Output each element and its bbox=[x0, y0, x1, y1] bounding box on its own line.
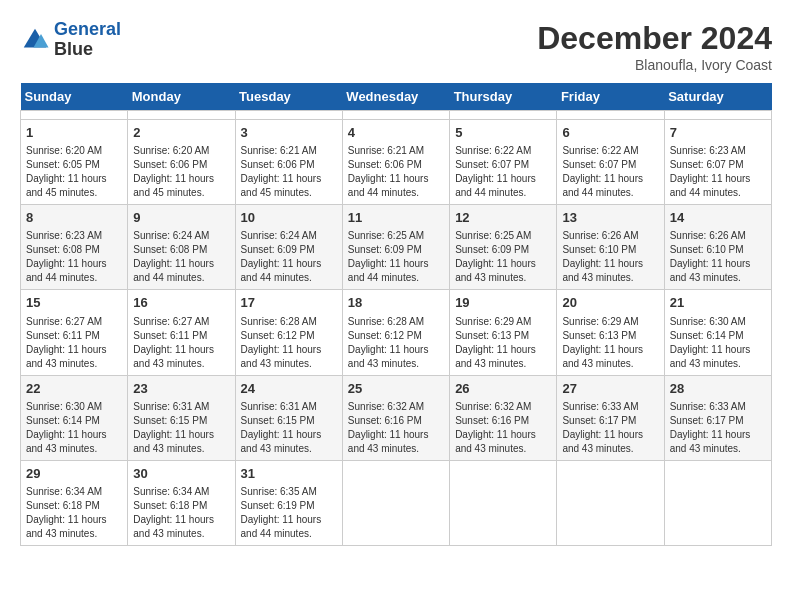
calendar-cell: 10Sunrise: 6:24 AM Sunset: 6:09 PM Dayli… bbox=[235, 205, 342, 290]
day-number: 17 bbox=[241, 294, 337, 312]
day-number: 3 bbox=[241, 124, 337, 142]
day-info: Sunrise: 6:26 AM Sunset: 6:10 PM Dayligh… bbox=[670, 229, 766, 285]
header-wednesday: Wednesday bbox=[342, 83, 449, 111]
calendar-cell: 31Sunrise: 6:35 AM Sunset: 6:19 PM Dayli… bbox=[235, 460, 342, 545]
day-number: 30 bbox=[133, 465, 229, 483]
day-info: Sunrise: 6:21 AM Sunset: 6:06 PM Dayligh… bbox=[241, 144, 337, 200]
day-number: 25 bbox=[348, 380, 444, 398]
day-info: Sunrise: 6:35 AM Sunset: 6:19 PM Dayligh… bbox=[241, 485, 337, 541]
day-info: Sunrise: 6:24 AM Sunset: 6:09 PM Dayligh… bbox=[241, 229, 337, 285]
calendar-table: SundayMondayTuesdayWednesdayThursdayFrid… bbox=[20, 83, 772, 546]
day-number: 11 bbox=[348, 209, 444, 227]
header-tuesday: Tuesday bbox=[235, 83, 342, 111]
day-info: Sunrise: 6:33 AM Sunset: 6:17 PM Dayligh… bbox=[562, 400, 658, 456]
calendar-cell: 24Sunrise: 6:31 AM Sunset: 6:15 PM Dayli… bbox=[235, 375, 342, 460]
calendar-cell bbox=[664, 460, 771, 545]
logo-icon bbox=[20, 25, 50, 55]
calendar-cell: 14Sunrise: 6:26 AM Sunset: 6:10 PM Dayli… bbox=[664, 205, 771, 290]
calendar-cell bbox=[450, 460, 557, 545]
day-number: 9 bbox=[133, 209, 229, 227]
day-info: Sunrise: 6:23 AM Sunset: 6:07 PM Dayligh… bbox=[670, 144, 766, 200]
calendar-week-3: 15Sunrise: 6:27 AM Sunset: 6:11 PM Dayli… bbox=[21, 290, 772, 375]
calendar-cell: 22Sunrise: 6:30 AM Sunset: 6:14 PM Dayli… bbox=[21, 375, 128, 460]
day-info: Sunrise: 6:27 AM Sunset: 6:11 PM Dayligh… bbox=[26, 315, 122, 371]
calendar-cell bbox=[21, 111, 128, 120]
calendar-cell: 26Sunrise: 6:32 AM Sunset: 6:16 PM Dayli… bbox=[450, 375, 557, 460]
calendar-cell bbox=[664, 111, 771, 120]
calendar-cell: 9Sunrise: 6:24 AM Sunset: 6:08 PM Daylig… bbox=[128, 205, 235, 290]
logo-text: GeneralBlue bbox=[54, 20, 121, 60]
calendar-cell: 21Sunrise: 6:30 AM Sunset: 6:14 PM Dayli… bbox=[664, 290, 771, 375]
day-info: Sunrise: 6:25 AM Sunset: 6:09 PM Dayligh… bbox=[455, 229, 551, 285]
page-header: GeneralBlue December 2024 Blanoufla, Ivo… bbox=[20, 20, 772, 73]
calendar-cell: 13Sunrise: 6:26 AM Sunset: 6:10 PM Dayli… bbox=[557, 205, 664, 290]
calendar-cell: 25Sunrise: 6:32 AM Sunset: 6:16 PM Dayli… bbox=[342, 375, 449, 460]
calendar-cell: 4Sunrise: 6:21 AM Sunset: 6:06 PM Daylig… bbox=[342, 120, 449, 205]
day-number: 27 bbox=[562, 380, 658, 398]
calendar-cell: 16Sunrise: 6:27 AM Sunset: 6:11 PM Dayli… bbox=[128, 290, 235, 375]
calendar-cell bbox=[450, 111, 557, 120]
day-info: Sunrise: 6:33 AM Sunset: 6:17 PM Dayligh… bbox=[670, 400, 766, 456]
day-number: 14 bbox=[670, 209, 766, 227]
day-number: 24 bbox=[241, 380, 337, 398]
calendar-header-row: SundayMondayTuesdayWednesdayThursdayFrid… bbox=[21, 83, 772, 111]
day-info: Sunrise: 6:32 AM Sunset: 6:16 PM Dayligh… bbox=[348, 400, 444, 456]
calendar-cell: 1Sunrise: 6:20 AM Sunset: 6:05 PM Daylig… bbox=[21, 120, 128, 205]
day-info: Sunrise: 6:30 AM Sunset: 6:14 PM Dayligh… bbox=[670, 315, 766, 371]
calendar-cell bbox=[128, 111, 235, 120]
day-number: 1 bbox=[26, 124, 122, 142]
day-info: Sunrise: 6:24 AM Sunset: 6:08 PM Dayligh… bbox=[133, 229, 229, 285]
calendar-cell: 7Sunrise: 6:23 AM Sunset: 6:07 PM Daylig… bbox=[664, 120, 771, 205]
day-info: Sunrise: 6:32 AM Sunset: 6:16 PM Dayligh… bbox=[455, 400, 551, 456]
calendar-cell: 11Sunrise: 6:25 AM Sunset: 6:09 PM Dayli… bbox=[342, 205, 449, 290]
day-info: Sunrise: 6:22 AM Sunset: 6:07 PM Dayligh… bbox=[455, 144, 551, 200]
month-year: December 2024 bbox=[537, 20, 772, 57]
calendar-cell: 6Sunrise: 6:22 AM Sunset: 6:07 PM Daylig… bbox=[557, 120, 664, 205]
day-number: 8 bbox=[26, 209, 122, 227]
calendar-week-2: 8Sunrise: 6:23 AM Sunset: 6:08 PM Daylig… bbox=[21, 205, 772, 290]
calendar-cell: 30Sunrise: 6:34 AM Sunset: 6:18 PM Dayli… bbox=[128, 460, 235, 545]
day-number: 13 bbox=[562, 209, 658, 227]
day-number: 23 bbox=[133, 380, 229, 398]
day-info: Sunrise: 6:34 AM Sunset: 6:18 PM Dayligh… bbox=[26, 485, 122, 541]
day-number: 7 bbox=[670, 124, 766, 142]
day-number: 20 bbox=[562, 294, 658, 312]
day-number: 22 bbox=[26, 380, 122, 398]
day-number: 2 bbox=[133, 124, 229, 142]
day-info: Sunrise: 6:27 AM Sunset: 6:11 PM Dayligh… bbox=[133, 315, 229, 371]
day-info: Sunrise: 6:28 AM Sunset: 6:12 PM Dayligh… bbox=[241, 315, 337, 371]
calendar-cell: 15Sunrise: 6:27 AM Sunset: 6:11 PM Dayli… bbox=[21, 290, 128, 375]
calendar-cell bbox=[235, 111, 342, 120]
calendar-cell bbox=[557, 111, 664, 120]
day-number: 15 bbox=[26, 294, 122, 312]
day-number: 12 bbox=[455, 209, 551, 227]
header-friday: Friday bbox=[557, 83, 664, 111]
day-info: Sunrise: 6:28 AM Sunset: 6:12 PM Dayligh… bbox=[348, 315, 444, 371]
logo: GeneralBlue bbox=[20, 20, 121, 60]
day-info: Sunrise: 6:26 AM Sunset: 6:10 PM Dayligh… bbox=[562, 229, 658, 285]
title-block: December 2024 Blanoufla, Ivory Coast bbox=[537, 20, 772, 73]
day-number: 5 bbox=[455, 124, 551, 142]
day-info: Sunrise: 6:20 AM Sunset: 6:06 PM Dayligh… bbox=[133, 144, 229, 200]
calendar-cell: 2Sunrise: 6:20 AM Sunset: 6:06 PM Daylig… bbox=[128, 120, 235, 205]
calendar-cell bbox=[342, 460, 449, 545]
calendar-cell: 17Sunrise: 6:28 AM Sunset: 6:12 PM Dayli… bbox=[235, 290, 342, 375]
day-number: 16 bbox=[133, 294, 229, 312]
calendar-cell: 28Sunrise: 6:33 AM Sunset: 6:17 PM Dayli… bbox=[664, 375, 771, 460]
header-saturday: Saturday bbox=[664, 83, 771, 111]
calendar-cell: 18Sunrise: 6:28 AM Sunset: 6:12 PM Dayli… bbox=[342, 290, 449, 375]
day-info: Sunrise: 6:22 AM Sunset: 6:07 PM Dayligh… bbox=[562, 144, 658, 200]
day-info: Sunrise: 6:29 AM Sunset: 6:13 PM Dayligh… bbox=[562, 315, 658, 371]
day-number: 21 bbox=[670, 294, 766, 312]
day-info: Sunrise: 6:31 AM Sunset: 6:15 PM Dayligh… bbox=[241, 400, 337, 456]
header-sunday: Sunday bbox=[21, 83, 128, 111]
calendar-cell: 29Sunrise: 6:34 AM Sunset: 6:18 PM Dayli… bbox=[21, 460, 128, 545]
day-number: 18 bbox=[348, 294, 444, 312]
calendar-cell: 12Sunrise: 6:25 AM Sunset: 6:09 PM Dayli… bbox=[450, 205, 557, 290]
calendar-cell: 8Sunrise: 6:23 AM Sunset: 6:08 PM Daylig… bbox=[21, 205, 128, 290]
header-thursday: Thursday bbox=[450, 83, 557, 111]
calendar-cell: 3Sunrise: 6:21 AM Sunset: 6:06 PM Daylig… bbox=[235, 120, 342, 205]
calendar-cell: 5Sunrise: 6:22 AM Sunset: 6:07 PM Daylig… bbox=[450, 120, 557, 205]
day-info: Sunrise: 6:34 AM Sunset: 6:18 PM Dayligh… bbox=[133, 485, 229, 541]
day-number: 29 bbox=[26, 465, 122, 483]
